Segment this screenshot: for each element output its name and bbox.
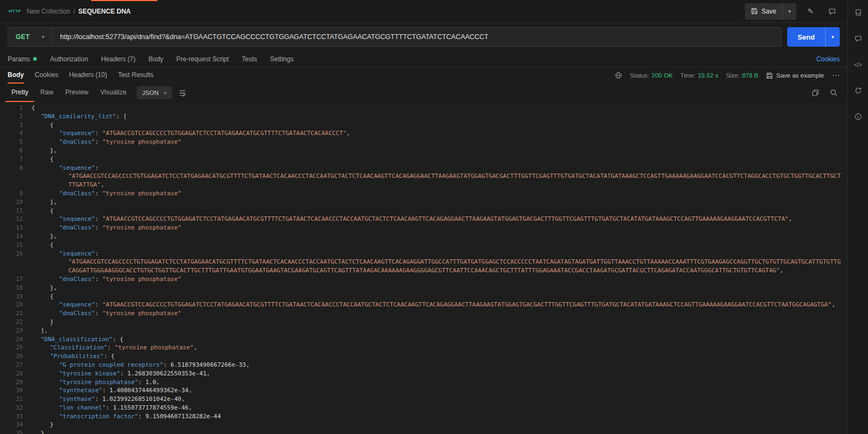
breadcrumb-current: SEQUENCE DNA (78, 8, 131, 15)
code-line: 29"tyrosine phosphatase": 1.0, (0, 378, 847, 387)
save-button[interactable]: Save (745, 3, 782, 20)
request-tab-body[interactable]: Body (149, 55, 163, 63)
code-line: 21"dnaClass": "tyrosine phosphatase" (0, 309, 847, 318)
line-number: 15 (0, 241, 31, 250)
code-editor[interactable]: 1{2"DNA_similarity_list": [3{4"sequence"… (0, 102, 847, 434)
chevron-down-icon: ▾ (832, 34, 834, 40)
line-number: 26 (0, 352, 31, 361)
request-tab-settings[interactable]: Settings (270, 55, 293, 63)
line-number: 30 (0, 386, 31, 395)
code-lines: 1{2"DNA_similarity_list": [3{4"sequence"… (0, 104, 847, 434)
line-number: 33 (0, 412, 31, 421)
tab-label: Pre-request Script (176, 55, 229, 63)
send-options-chevron[interactable]: ▾ (825, 27, 840, 47)
line-number: 5 (0, 138, 31, 146)
viewbar-actions (812, 89, 842, 97)
code-line: 1{ (0, 104, 847, 112)
save-button-label: Save (762, 8, 776, 15)
status-badge: Status: 200 OK (630, 72, 673, 79)
method-label: GET (16, 33, 30, 41)
code-line: 4"sequence": "ATGAACCGTCCAGCCCCTGTGGAGAT… (0, 129, 847, 138)
response-tab-cookies[interactable]: Cookies (35, 67, 58, 84)
code-line: 22} (0, 318, 847, 327)
view-tab-preview[interactable]: Preview (59, 84, 94, 102)
app-window: HTTP New Collection / SEQUENCE DNA Save … (0, 0, 868, 434)
documentation-button[interactable] (851, 5, 865, 20)
code-line: 15{ (0, 241, 847, 250)
code-line: 14}, (0, 232, 847, 241)
info-button[interactable] (851, 110, 865, 124)
size-value: 878 B (742, 72, 758, 79)
code-snippet-button[interactable]: </> (851, 58, 865, 72)
comment-button[interactable] (825, 4, 840, 19)
code-line: 34} (0, 420, 847, 429)
request-tab-authorization[interactable]: Authorization (50, 55, 88, 63)
line-number: 11 (0, 207, 31, 215)
response-tab-headers-10[interactable]: Headers (10) (69, 67, 107, 84)
code-line: 23], (0, 327, 847, 335)
line-number: 6 (0, 146, 31, 155)
code-line: 2"DNA_similarity_list": [ (0, 112, 847, 121)
line-number: 25 (0, 343, 31, 352)
save-options-chevron[interactable]: ▾ (782, 3, 796, 20)
code-line: 30"synthetase": 1.4080437446499362e-34, (0, 386, 847, 395)
line-number (0, 258, 31, 275)
status-value: 200 OK (652, 72, 673, 79)
copy-response-button[interactable] (812, 89, 819, 97)
edit-button[interactable]: ✎ (803, 4, 818, 19)
request-tab-headers-7[interactable]: Headers (7) (101, 55, 135, 63)
format-dropdown[interactable]: JSON ▾ (137, 86, 172, 99)
tab-label: Settings (270, 55, 293, 63)
line-number: 17 (0, 275, 31, 284)
code-line: 20"sequence": "ATGAACCGTCCAGCCCCTGTGGAGA… (0, 301, 847, 309)
code-line: "ATGAACCGTCCAGCCCCTGTGGAGATCTCCTATGAGAAC… (0, 258, 847, 275)
breadcrumb-parent[interactable]: New Collection (27, 8, 70, 15)
info-icon (854, 113, 862, 120)
view-tab-pretty[interactable]: Pretty (5, 84, 34, 102)
code-line: 27"G protein coupled receptors": 6.51879… (0, 361, 847, 369)
comment-icon (828, 8, 836, 15)
code-line: 13"dnaClass": "tyrosine phosphatase" (0, 224, 847, 232)
line-number: 2 (0, 112, 31, 121)
wrap-lines-button[interactable] (178, 89, 187, 97)
main-column: HTTP New Collection / SEQUENCE DNA Save … (0, 0, 847, 434)
view-tab-raw[interactable]: Raw (34, 84, 59, 102)
view-tab-visualize[interactable]: Visualize (94, 84, 132, 102)
more-options-icon[interactable]: ⋯ (832, 71, 840, 80)
comments-button[interactable] (851, 31, 865, 46)
line-number: 28 (0, 369, 31, 378)
response-tab-test-results[interactable]: Test Results (118, 67, 153, 84)
view-bar: PrettyRawPreviewVisualize JSON ▾ (0, 84, 847, 102)
request-url-box: GET ▾ http://localhost:52773/api/dna/fin… (8, 27, 782, 47)
line-number: 32 (0, 404, 31, 412)
active-tab-indicator (91, 0, 157, 1)
related-requests-button[interactable] (851, 84, 865, 98)
line-number: 31 (0, 395, 31, 404)
url-input[interactable]: http://localhost:52773/api/dna/find?&dna… (53, 33, 782, 41)
request-tabs-list: ParamsAuthorizationHeaders (7)BodyPre-re… (8, 55, 293, 63)
tab-label: Authorization (50, 55, 88, 63)
request-tab-tests[interactable]: Tests (242, 55, 257, 63)
request-tab-pre-request-script[interactable]: Pre-request Script (176, 55, 229, 63)
code-line: 32"lon channel": 1.155073717874559e-46, (0, 404, 847, 412)
wrap-lines-icon (178, 89, 187, 97)
code-line: 5"dnaClass": "tyrosine phosphatase" (0, 138, 847, 146)
code-line: 35} (0, 429, 847, 434)
status-label: Status: (630, 72, 649, 79)
size-label: Size: (726, 72, 740, 79)
code-line: 6}, (0, 146, 847, 155)
url-bar: GET ▾ http://localhost:52773/api/dna/fin… (0, 23, 847, 51)
request-tab-params[interactable]: Params (8, 55, 37, 63)
code-line: 16"sequence": (0, 250, 847, 258)
save-as-example-button[interactable]: Save as example (766, 72, 824, 79)
line-number: 21 (0, 309, 31, 318)
response-tab-body[interactable]: Body (8, 67, 24, 84)
method-selector[interactable]: GET ▾ (8, 28, 53, 46)
line-number: 29 (0, 378, 31, 387)
time-label: Time: (680, 72, 695, 79)
documentation-icon (854, 9, 862, 16)
send-button[interactable]: Send (787, 27, 825, 47)
line-number: 22 (0, 318, 31, 327)
search-response-button[interactable] (830, 89, 838, 97)
cookies-link[interactable]: Cookies (816, 55, 840, 63)
